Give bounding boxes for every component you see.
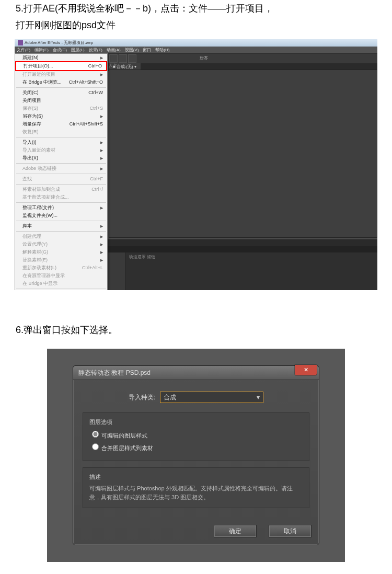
timeline-tracks[interactable]: 轨道遮罩 倾链 — [126, 252, 377, 290]
radio-merge-styles[interactable]: 合并图层样式到素材 — [89, 442, 303, 452]
import-dialog: ✕ 静态转动态 教程 PSD.psd 导入种类: 合成 图层选项 可编辑的图层样… — [73, 365, 319, 545]
menu-window[interactable]: 窗口 — [141, 47, 153, 53]
menu-save[interactable]: 保存(S)Ctrl+S — [15, 105, 107, 112]
menu-find[interactable]: 查找Ctrl+F — [15, 175, 107, 183]
menu-scripts[interactable]: 脚本▶ — [15, 222, 107, 230]
menu-save-as[interactable]: 另存为(S)▶ — [15, 112, 107, 120]
ae-title: Adobe After Effects - 无标题项目.aep — [25, 39, 93, 47]
menu-export[interactable]: 导出(X)▶ — [15, 154, 107, 162]
menu-anim[interactable]: 动画(A) — [105, 47, 123, 53]
menu-watch-folder[interactable]: 监视文件夹(W)... — [15, 212, 107, 220]
menu-incr-save[interactable]: 增量保存Ctrl+Alt+Shift+S — [15, 120, 107, 128]
menu-new-comp-sel[interactable]: 基于所选项新建合成... — [15, 193, 107, 201]
tool-11[interactable] — [109, 54, 118, 63]
ae-viewport — [109, 70, 377, 238]
menu-interpret[interactable]: 解释素材(G)▶ — [15, 248, 107, 256]
import-kind-select[interactable]: 合成 — [160, 392, 263, 403]
dialog-close-button[interactable]: ✕ — [295, 365, 317, 375]
radio-merge-input[interactable] — [92, 443, 99, 450]
menu-replace[interactable]: 替换素材(E)▶ — [15, 256, 107, 264]
menu-browse-bridge[interactable]: 在 Bridge 中浏览...Ctrl+Alt+Shift+O — [15, 78, 107, 86]
ok-button[interactable]: 确定 — [214, 525, 257, 537]
desc-title: 描述 — [89, 473, 303, 481]
menu-revert[interactable]: 恢复(R) — [15, 128, 107, 136]
menu-reveal-bridge[interactable]: 在 Bridge 中显示 — [15, 280, 107, 288]
menu-close-project[interactable]: 关闭项目 — [15, 97, 107, 105]
menu-reveal-explorer[interactable]: 在资源管理器中显示 — [15, 272, 107, 280]
file-dropdown: 新建(N)▶ 打开项目(O)...Ctrl+O 打开最近的项目▶ 在 Bridg… — [15, 53, 108, 290]
radio-editable-styles[interactable]: 可编辑的图层样式 — [89, 429, 303, 440]
ae-window: Adobe After Effects - 无标题项目.aep 文件(F)编辑(… — [15, 39, 377, 290]
import-kind-label: 导入种类: — [129, 394, 155, 401]
radio-editable-input[interactable] — [92, 431, 99, 438]
menu-dynamic-link[interactable]: Adobe 动态链接▶ — [15, 165, 107, 173]
menu-add-to-comp[interactable]: 将素材添加到合成Ctrl+/ — [15, 186, 107, 193]
ae-menubar[interactable]: 文件(F)编辑(E)合成(C)图层(L)效果(T)动画(A)视图(V)窗口帮助(… — [15, 47, 377, 54]
menu-effect[interactable]: 效果(T) — [87, 47, 105, 53]
menu-file[interactable]: 文件(F) — [15, 47, 32, 53]
menu-help[interactable]: 帮助(H) — [153, 47, 171, 53]
menu-import[interactable]: 导入(I)▶ — [15, 139, 107, 146]
menu-create-proxy[interactable]: 创建代理▶ — [15, 233, 107, 240]
ae-app-icon — [18, 40, 23, 45]
menu-edit[interactable]: 编辑(E) — [32, 47, 51, 53]
layer-options-group: 图层选项 可编辑的图层样式 合并图层样式到素材 — [83, 412, 309, 461]
tool-13[interactable] — [128, 54, 136, 63]
menu-close[interactable]: 关闭(C)Ctrl+W — [15, 89, 107, 97]
dialog-title: 静态转动态 教程 PSD.psd — [73, 366, 319, 380]
menu-layer[interactable]: 图层(L) — [69, 47, 87, 53]
desc-text: 可编辑图层样式与 Photoshop 外观相匹配。支持样式属性将完全可编辑的。请… — [89, 484, 303, 501]
menu-open-recent[interactable]: 打开最近的项目▶ — [15, 71, 107, 78]
description-group: 描述 可编辑图层样式与 Photoshop 外观相匹配。支持样式属性将完全可编辑… — [83, 467, 309, 508]
ae-titlebar: Adobe After Effects - 无标题项目.aep — [15, 39, 377, 47]
cancel-button[interactable]: 取消 — [269, 525, 312, 537]
menu-dependencies[interactable]: 整理工程(文件)▶ — [15, 204, 107, 212]
tool-12[interactable] — [119, 54, 127, 63]
layer-options-title: 图层选项 — [89, 418, 303, 426]
step6-text: 6.弹出窗口按如下选择。 — [16, 322, 376, 338]
toolbar-align: 对齐 — [200, 55, 208, 61]
menu-import-recent[interactable]: 导入最近的素材▶ — [15, 146, 107, 154]
step5-line2: 打开刚刚抠图的psd文件 — [16, 17, 376, 33]
menu-set-proxy[interactable]: 设置代理(Y)▶ — [15, 240, 107, 248]
menu-new[interactable]: 新建(N)▶ — [15, 54, 107, 62]
menu-reload[interactable]: 重新加载素材(L)Ctrl+Alt+L — [15, 264, 107, 272]
step5-line1: 5.打开AE(不用我说全称吧－－b)，点击：文件——打开项目， — [16, 0, 376, 17]
menu-comp[interactable]: 合成(C) — [51, 47, 69, 53]
dialog-background: ✕ 静态转动态 教程 PSD.psd 导入种类: 合成 图层选项 可编辑的图层样… — [47, 349, 345, 562]
project-placeholder: 人占 — [109, 63, 117, 68]
menu-view[interactable]: 视图(V) — [123, 47, 141, 53]
menu-open-project[interactable]: 打开项目(O)...Ctrl+O — [16, 62, 106, 70]
